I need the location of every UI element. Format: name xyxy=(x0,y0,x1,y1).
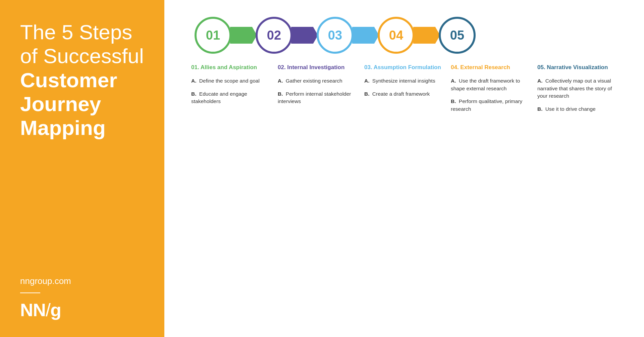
logo-slash: / xyxy=(46,300,50,320)
title-line3: Customer xyxy=(20,68,117,92)
step-col-05: 05. Narrative Visualization A. Collectiv… xyxy=(537,64,624,324)
step-05-item-b: B. Use it to drive change xyxy=(537,105,621,113)
step-05-item-a: A. Collectively map out a visual narrati… xyxy=(537,77,621,100)
flow-diagram: 01 02 03 04 xyxy=(191,17,624,54)
sidebar-logo: NN/g xyxy=(20,299,148,320)
step-title-04: 04. External Research xyxy=(451,64,534,71)
step-03-item-a: A. Synthesize internal insights xyxy=(364,77,447,85)
circle-05: 05 xyxy=(439,17,476,54)
node-02: 02 xyxy=(256,17,292,54)
step-04-item-b: B. Perform qualitative, primary research xyxy=(451,98,534,113)
title-line5: Mapping xyxy=(20,116,106,139)
step-05-label-b: B. xyxy=(537,106,543,112)
step-01-label-a: A. xyxy=(191,78,197,84)
step-03-item-b: B. Create a draft framework xyxy=(364,90,447,98)
node-01: 01 xyxy=(195,17,231,54)
step-03-text-b: Create a draft framework xyxy=(372,91,430,97)
step-01-item-a: A. Define the scope and goal xyxy=(191,77,274,85)
arrow-03 xyxy=(352,27,379,44)
step-04-text-a: Use the draft framework to shape externa… xyxy=(451,78,520,91)
node-03: 03 xyxy=(317,17,354,54)
step-04-item-a: A. Use the draft framework to shape exte… xyxy=(451,77,534,92)
logo-g: g xyxy=(50,300,61,320)
step-02-item-b: B. Perform internal stakeholder intervie… xyxy=(278,90,361,105)
step-05-text-b: Use it to drive change xyxy=(545,106,596,112)
step-02-label-b: B. xyxy=(278,91,283,97)
step-col-03: 03. Assumption Formulation A. Synthesize… xyxy=(364,64,451,324)
step-02-label-a: A. xyxy=(278,78,283,84)
title-line2: of Successful xyxy=(20,44,144,67)
step-title-05: 05. Narrative Visualization xyxy=(537,64,621,71)
sidebar-url: nngroup.com xyxy=(20,276,148,286)
logo-nn: NN xyxy=(20,300,46,320)
step-col-01: 01. Allies and Aspiration A. Define the … xyxy=(191,64,278,324)
circle-04: 04 xyxy=(378,17,415,54)
step-01-label-b: B. xyxy=(191,91,197,97)
step-col-02: 02. Internal Investigation A. Gather exi… xyxy=(278,64,364,324)
step-01-item-b: B. Educate and engage stakeholders xyxy=(191,90,274,105)
step-01-text-b: Educate and engage stakeholders xyxy=(191,91,247,104)
node-05: 05 xyxy=(439,17,476,54)
step-title-03: 03. Assumption Formulation xyxy=(364,64,447,71)
sidebar: The 5 Steps of Successful Customer Journ… xyxy=(0,0,164,337)
node-04: 04 xyxy=(378,17,415,54)
step-title-01: 01. Allies and Aspiration xyxy=(191,64,274,71)
step-03-label-b: B. xyxy=(364,91,370,97)
circle-03: 03 xyxy=(317,17,354,54)
arrow-04 xyxy=(413,27,440,44)
sidebar-bottom: nngroup.com NN/g xyxy=(20,276,148,320)
step-04-label-b: B. xyxy=(451,98,456,104)
step-04-text-b: Perform qualitative, primary research xyxy=(451,98,522,111)
arrow-01 xyxy=(230,27,257,44)
step-title-02: 02. Internal Investigation xyxy=(278,64,361,71)
circle-01: 01 xyxy=(195,17,231,54)
main-content: 01 02 03 04 xyxy=(164,0,644,337)
arrow-02 xyxy=(291,27,318,44)
steps-columns: 01. Allies and Aspiration A. Define the … xyxy=(191,64,624,324)
sidebar-divider xyxy=(20,292,40,293)
title-line4: Journey xyxy=(20,92,101,115)
sidebar-title: The 5 Steps of Successful Customer Journ… xyxy=(20,20,148,140)
step-02-text-b: Perform internal stakeholder interviews xyxy=(278,91,351,104)
step-col-04: 04. External Research A. Use the draft f… xyxy=(451,64,537,324)
step-03-label-a: A. xyxy=(364,78,370,84)
step-02-text-a: Gather existing research xyxy=(286,78,342,84)
step-05-label-a: A. xyxy=(537,78,543,84)
sidebar-top: The 5 Steps of Successful Customer Journ… xyxy=(20,20,148,140)
step-04-label-a: A. xyxy=(451,78,456,84)
circle-02: 02 xyxy=(256,17,292,54)
step-01-text-a: Define the scope and goal xyxy=(199,78,260,84)
step-05-text-a: Collectively map out a visual narrative … xyxy=(537,78,612,99)
step-03-text-a: Synthesize internal insights xyxy=(372,78,435,84)
title-line1: The 5 Steps xyxy=(20,20,132,44)
step-02-item-a: A. Gather existing research xyxy=(278,77,361,85)
